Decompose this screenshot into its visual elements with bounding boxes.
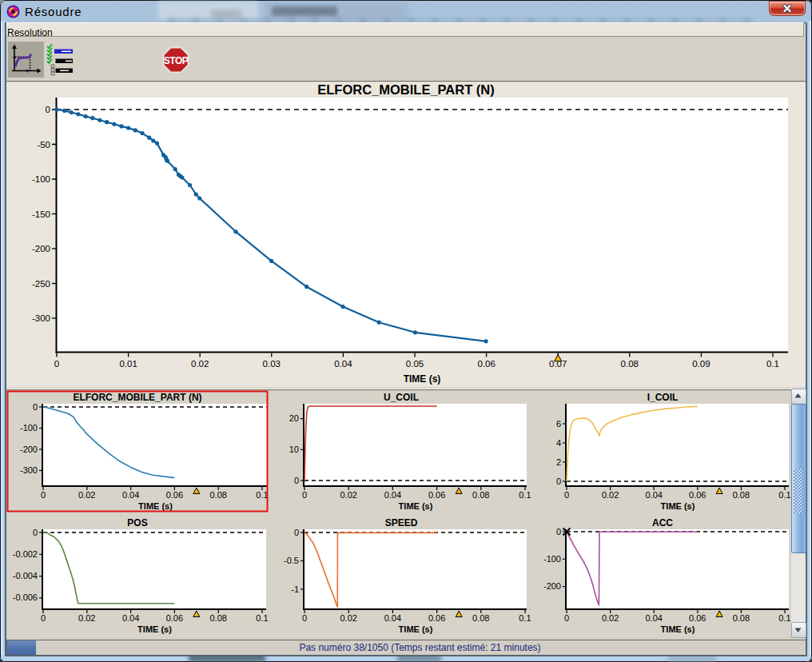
svg-text:-100: -100 [32,174,50,184]
svg-text:0.02: 0.02 [602,613,619,623]
svg-text:I_COIL: I_COIL [647,392,679,403]
svg-text:0.08: 0.08 [733,490,750,500]
svg-text:-1: -1 [291,584,299,594]
svg-text:0.02: 0.02 [78,613,95,623]
svg-text:POS: POS [127,517,147,528]
svg-text:2: 2 [556,457,561,467]
svg-text:0.04: 0.04 [645,490,662,500]
svg-text:0.1: 0.1 [256,613,268,623]
svg-text:0: 0 [54,359,59,369]
svg-text:0.05: 0.05 [406,359,424,369]
svg-text:TIME (s): TIME (s) [399,624,433,634]
svg-text:0.04: 0.04 [384,490,401,500]
svg-text:0.06: 0.06 [689,490,706,500]
svg-text:0.08: 0.08 [209,613,226,623]
svg-text:TIME (s): TIME (s) [404,373,441,385]
svg-text:0.09: 0.09 [692,359,710,369]
svg-text:0: 0 [302,613,307,623]
svg-text:0.1: 0.1 [778,613,790,623]
svg-text:-200: -200 [32,244,50,253]
svg-text:0.04: 0.04 [384,613,401,623]
svg-text:0.02: 0.02 [602,490,619,500]
svg-text:0.06: 0.06 [166,490,183,500]
svg-text:-200: -200 [543,581,561,591]
svg-text:U_COIL: U_COIL [384,392,419,403]
svg-text:0: 0 [564,613,569,623]
svg-text:TIME (s): TIME (s) [138,501,173,511]
svg-text:0.03: 0.03 [263,359,281,369]
svg-text:-300: -300 [20,465,38,475]
svg-text:0: 0 [41,613,46,623]
svg-text:0.04: 0.04 [334,359,352,369]
svg-text:-150: -150 [32,209,50,219]
svg-text:0.02: 0.02 [340,613,356,623]
svg-text:0.01: 0.01 [119,359,137,369]
svg-text:0.1: 0.1 [519,613,531,623]
svg-text:0.08: 0.08 [733,613,750,623]
svg-text:0.06: 0.06 [689,613,706,623]
svg-text:6: 6 [556,419,561,429]
svg-text:0.08: 0.08 [209,490,226,500]
svg-text:0.08: 0.08 [472,613,489,623]
svg-text:0: 0 [294,476,299,485]
svg-text:0.02: 0.02 [78,490,95,500]
svg-text:-0.5: -0.5 [284,556,299,565]
svg-text:0: 0 [294,528,299,537]
svg-text:-0.006: -0.006 [13,592,38,602]
svg-text:0: 0 [33,402,38,412]
svg-text:0.1: 0.1 [519,490,531,500]
svg-text:-100: -100 [543,554,561,564]
svg-text:0.04: 0.04 [122,613,139,623]
svg-text:-50: -50 [37,140,50,150]
svg-text:ELFORC_MOBILE_PART (N): ELFORC_MOBILE_PART (N) [73,392,201,403]
svg-text:0.02: 0.02 [340,490,356,500]
svg-text:TIME (s): TIME (s) [661,501,695,511]
svg-text:-250: -250 [32,279,50,289]
svg-text:0.06: 0.06 [166,613,183,623]
svg-text:20: 20 [289,413,299,423]
svg-text:-0.002: -0.002 [13,549,38,559]
svg-text:-200: -200 [20,445,38,454]
svg-text:0.04: 0.04 [122,490,139,500]
svg-text:STOP: STOP [164,55,189,66]
svg-text:0: 0 [564,490,569,500]
svg-text:0.08: 0.08 [621,359,639,369]
svg-text:SPEED: SPEED [385,517,418,528]
svg-text:0: 0 [556,527,561,536]
svg-text:0.06: 0.06 [428,613,445,623]
svg-text:0: 0 [41,490,46,500]
svg-text:0: 0 [33,528,38,537]
svg-text:0: 0 [302,490,307,500]
svg-text:0: 0 [46,105,50,114]
svg-text:TIME (s): TIME (s) [399,501,433,511]
svg-text:TIME (s): TIME (s) [661,624,695,634]
svg-text:0: 0 [556,477,561,486]
svg-text:4: 4 [556,438,561,448]
svg-text:ACC: ACC [652,517,673,528]
svg-text:-100: -100 [20,423,38,433]
svg-text:10: 10 [289,445,299,454]
svg-text:-300: -300 [32,313,50,323]
svg-text:ELFORC_MOBILE_PART (N): ELFORC_MOBILE_PART (N) [317,82,495,97]
svg-text:TIME (s): TIME (s) [137,624,172,634]
svg-text:0.04: 0.04 [645,613,662,623]
svg-text:0.08: 0.08 [472,490,489,500]
svg-text:0.06: 0.06 [477,359,495,369]
svg-text:0.1: 0.1 [256,490,268,500]
svg-text:0.02: 0.02 [191,359,209,369]
svg-text:0.1: 0.1 [778,490,790,500]
svg-text:0.1: 0.1 [766,359,779,369]
svg-text:-0.004: -0.004 [13,571,38,580]
svg-text:0.06: 0.06 [428,490,445,500]
